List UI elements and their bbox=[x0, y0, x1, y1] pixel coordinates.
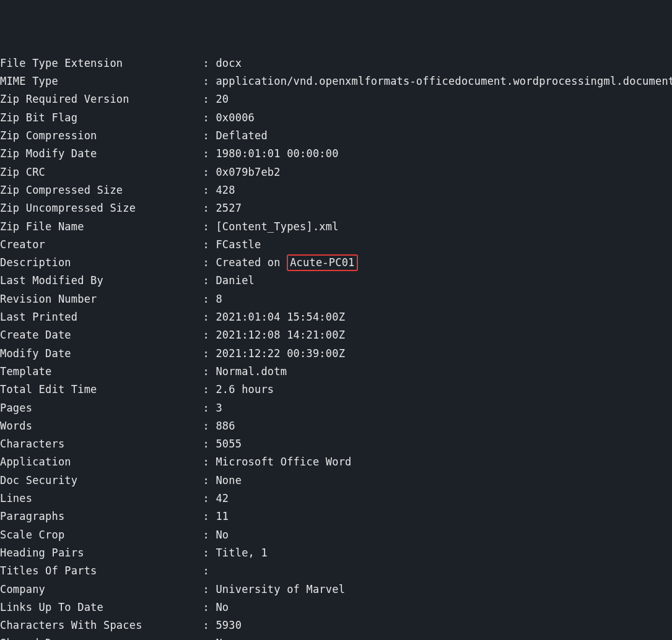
metadata-row: Total Edit Time: 2.6 hours bbox=[0, 381, 672, 399]
highlighted-value: Acute-PC01 bbox=[287, 254, 357, 271]
metadata-row: Last Printed: 2021:01:04 15:54:00Z bbox=[0, 308, 672, 326]
separator: : bbox=[203, 492, 216, 504]
separator: : bbox=[203, 147, 216, 160]
separator: : bbox=[203, 329, 216, 341]
metadata-key: Modify Date bbox=[0, 345, 203, 363]
metadata-row: Zip Bit Flag: 0x0006 bbox=[0, 109, 672, 127]
metadata-row: Lines: 42 bbox=[0, 490, 672, 508]
separator: : bbox=[203, 166, 216, 178]
metadata-value: docx bbox=[216, 57, 242, 69]
metadata-key: Characters bbox=[0, 435, 203, 453]
metadata-row: Paragraphs: 11 bbox=[0, 508, 672, 525]
metadata-value: [Content_Types].xml bbox=[216, 220, 338, 233]
separator: : bbox=[203, 184, 216, 196]
separator: : bbox=[203, 420, 216, 432]
metadata-row: Characters With Spaces: 5930 bbox=[0, 616, 672, 634]
metadata-row: Zip Compression: Deflated bbox=[0, 127, 672, 145]
metadata-key: Lines bbox=[0, 490, 203, 508]
separator: : bbox=[203, 274, 216, 287]
metadata-row: Description: Created on Acute-PC01 bbox=[0, 254, 672, 272]
metadata-row: Template: Normal.dotm bbox=[0, 363, 672, 381]
separator: : bbox=[203, 438, 216, 450]
metadata-row: Application: Microsoft Office Word bbox=[0, 453, 672, 471]
metadata-row: Words: 886 bbox=[0, 417, 672, 435]
metadata-key: Application bbox=[0, 453, 203, 471]
metadata-key: Characters With Spaces bbox=[0, 616, 203, 634]
separator: : bbox=[203, 111, 216, 124]
metadata-value: 42 bbox=[216, 492, 229, 504]
metadata-output: File Type Extension: docxMIME Type: appl… bbox=[0, 54, 672, 640]
separator: : bbox=[203, 293, 216, 305]
metadata-value: 8 bbox=[216, 293, 222, 305]
metadata-value: 5055 bbox=[216, 438, 242, 450]
separator: : bbox=[203, 75, 216, 87]
metadata-value: 0x079b7eb2 bbox=[216, 166, 280, 178]
metadata-value-prefix: Created on bbox=[216, 256, 287, 269]
metadata-row: Characters: 5055 bbox=[0, 435, 672, 453]
metadata-key: Zip CRC bbox=[0, 163, 203, 181]
metadata-key: Zip File Name bbox=[0, 218, 203, 236]
metadata-row: Company: University of Marvel bbox=[0, 581, 672, 599]
separator: : bbox=[203, 601, 216, 613]
metadata-key: Zip Uncompressed Size bbox=[0, 199, 203, 217]
metadata-value: 2021:12:22 00:39:00Z bbox=[216, 347, 345, 360]
metadata-value: 3 bbox=[216, 402, 222, 414]
separator: : bbox=[203, 619, 216, 631]
separator: : bbox=[203, 365, 216, 378]
metadata-row: Scale Crop: No bbox=[0, 526, 672, 544]
metadata-row: Doc Security: None bbox=[0, 472, 672, 490]
separator: : bbox=[203, 311, 216, 323]
metadata-value: Normal.dotm bbox=[216, 365, 287, 378]
metadata-key: Words bbox=[0, 417, 203, 435]
metadata-row: Revision Number: 8 bbox=[0, 290, 672, 308]
metadata-key: Revision Number bbox=[0, 290, 203, 308]
metadata-row: MIME Type: application/vnd.openxmlformat… bbox=[0, 72, 672, 90]
metadata-key: Zip Bit Flag bbox=[0, 109, 203, 127]
metadata-value: None bbox=[216, 474, 242, 486]
metadata-row: Zip Uncompressed Size: 2527 bbox=[0, 199, 672, 217]
separator: : bbox=[203, 57, 216, 69]
metadata-value: 2527 bbox=[216, 202, 242, 214]
metadata-value: No bbox=[216, 601, 229, 613]
separator: : bbox=[203, 583, 216, 595]
metadata-row: Zip Modify Date: 1980:01:01 00:00:00 bbox=[0, 145, 672, 163]
metadata-value: 11 bbox=[216, 510, 229, 522]
metadata-row: Modify Date: 2021:12:22 00:39:00Z bbox=[0, 345, 672, 363]
metadata-key: Creator bbox=[0, 236, 203, 254]
metadata-key: Doc Security bbox=[0, 472, 203, 490]
metadata-row: File Type Extension: docx bbox=[0, 54, 672, 72]
metadata-key: Total Edit Time bbox=[0, 381, 203, 399]
separator: : bbox=[203, 402, 216, 414]
metadata-key: File Type Extension bbox=[0, 54, 203, 72]
metadata-key: Shared Doc bbox=[0, 634, 203, 640]
metadata-key: Heading Pairs bbox=[0, 544, 203, 562]
separator: : bbox=[203, 529, 216, 541]
separator: : bbox=[203, 637, 216, 640]
separator: : bbox=[203, 256, 216, 269]
metadata-row: Create Date: 2021:12:08 14:21:00Z bbox=[0, 326, 672, 344]
metadata-value: application/vnd.openxmlformats-officedoc… bbox=[216, 75, 672, 87]
metadata-key: Company bbox=[0, 581, 203, 599]
metadata-value: No bbox=[216, 637, 229, 640]
metadata-key: Titles Of Parts bbox=[0, 562, 203, 580]
separator: : bbox=[203, 510, 216, 522]
metadata-row: Zip File Name: [Content_Types].xml bbox=[0, 218, 672, 236]
metadata-row: Zip Compressed Size: 428 bbox=[0, 181, 672, 199]
metadata-value: 5930 bbox=[216, 619, 242, 631]
metadata-row: Creator: FCastle bbox=[0, 236, 672, 254]
metadata-key: Template bbox=[0, 363, 203, 381]
separator: : bbox=[203, 474, 216, 486]
metadata-key: Zip Compressed Size bbox=[0, 181, 203, 199]
metadata-value: Daniel bbox=[216, 274, 255, 287]
metadata-value: No bbox=[216, 529, 229, 541]
metadata-row: Shared Doc: No bbox=[0, 634, 672, 640]
metadata-value: 20 bbox=[216, 93, 229, 105]
metadata-key: Paragraphs bbox=[0, 508, 203, 525]
metadata-value: 2.6 hours bbox=[216, 383, 274, 396]
metadata-value: Title, 1 bbox=[216, 547, 267, 559]
metadata-value: 2021:01:04 15:54:00Z bbox=[216, 311, 345, 323]
separator: : bbox=[203, 202, 216, 214]
metadata-value: 428 bbox=[216, 184, 235, 196]
metadata-key: Create Date bbox=[0, 326, 203, 344]
metadata-value: FCastle bbox=[216, 238, 261, 251]
